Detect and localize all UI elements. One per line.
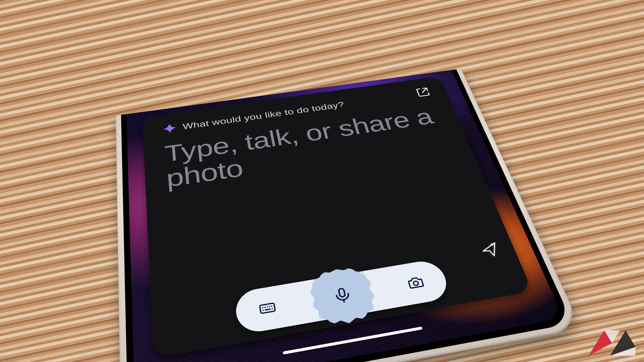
svg-point-2 [413, 281, 419, 286]
send-button[interactable] [478, 240, 503, 260]
input-mode-pill [234, 258, 452, 335]
gemini-sparkle-icon [162, 122, 177, 134]
android-nav-handle[interactable] [282, 327, 423, 355]
svg-rect-1 [338, 288, 346, 297]
assistant-prompt-input[interactable]: Type, talk, or share a photo [164, 104, 452, 192]
site-watermark [587, 329, 637, 358]
open-external-button[interactable] [414, 86, 432, 98]
microphone-button[interactable] [306, 263, 382, 330]
keyboard-button[interactable] [254, 296, 281, 321]
svg-rect-0 [260, 303, 275, 314]
camera-button[interactable] [402, 271, 430, 295]
